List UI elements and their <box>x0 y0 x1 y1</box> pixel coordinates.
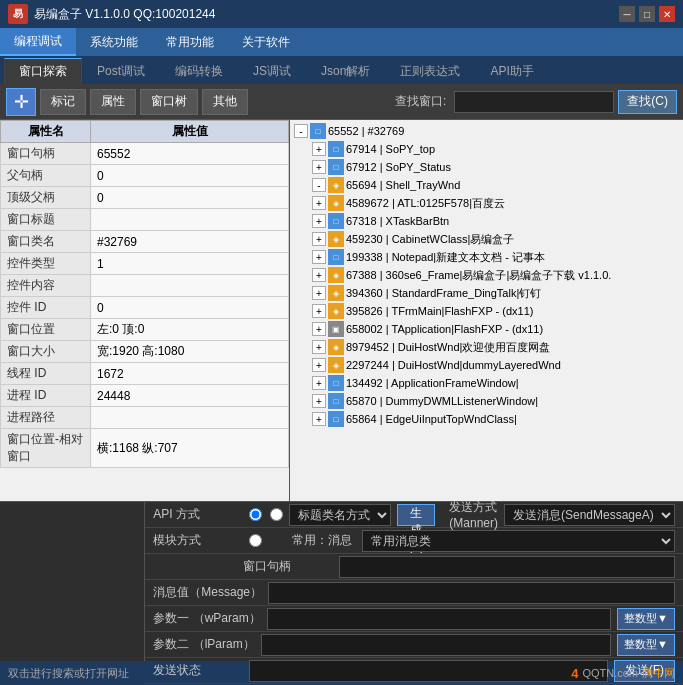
minimize-button[interactable]: ─ <box>619 6 635 22</box>
gen-button[interactable]: 生成(S) <box>397 504 435 526</box>
table-row[interactable]: 窗口标题 <box>1 209 289 231</box>
tree-item[interactable]: +◈67388 | 360se6_Frame|易编盒子|易编盒子下载 v1.1.… <box>292 266 681 284</box>
tab-regex[interactable]: 正则表达式 <box>385 58 475 84</box>
tab-post-debug[interactable]: Post调试 <box>82 58 160 84</box>
tab-window-explore[interactable]: 窗口探索 <box>4 58 82 84</box>
prop-value: 宽:1920 高:1080 <box>91 341 289 363</box>
table-row[interactable]: 控件类型1 <box>1 253 289 275</box>
close-button[interactable]: ✕ <box>659 6 675 22</box>
send-manner-dropdown[interactable]: 发送消息(SendMessageA) <box>504 504 675 526</box>
module-radio1[interactable] <box>249 534 262 547</box>
api-radio-input2[interactable] <box>270 508 283 521</box>
tree-item[interactable]: +◈395826 | TFrmMain|FlashFXP - (dx11) <box>292 302 681 320</box>
api-radio-input1[interactable] <box>249 508 262 521</box>
menu-item-system[interactable]: 系统功能 <box>76 28 152 56</box>
tree-expand-icon[interactable]: + <box>312 340 326 354</box>
table-row[interactable]: 线程 ID1672 <box>1 363 289 385</box>
tree-expand-icon[interactable]: + <box>312 304 326 318</box>
bottom-row-module: 模块方式 常用：消息 常用消息类 <box>145 528 683 554</box>
tree-expand-icon[interactable]: + <box>312 142 326 156</box>
tree-expand-icon[interactable]: + <box>312 322 326 336</box>
search-button[interactable]: 查找(C) <box>618 90 677 114</box>
tree-item[interactable]: +◈8979452 | DuiHostWnd|欢迎使用百度网盘 <box>292 338 681 356</box>
search-input[interactable] <box>454 91 614 113</box>
tree-item[interactable]: +◈2297244 | DuiHostWnd|dummyLayeredWnd <box>292 356 681 374</box>
tree-item[interactable]: +□67318 | XTaskBarBtn <box>292 212 681 230</box>
menu-item-about[interactable]: 关于软件 <box>228 28 304 56</box>
param1-type-button[interactable]: 整数型▼ <box>617 608 675 630</box>
tree-item[interactable]: +□134492 | ApplicationFrameWindow| <box>292 374 681 392</box>
common-msg-dropdown[interactable]: 常用消息类 <box>362 530 675 552</box>
mark-button[interactable]: 标记 <box>40 89 86 115</box>
tab-json[interactable]: Json解析 <box>306 58 385 84</box>
tree-root[interactable]: - □ 65552 | #32769 <box>292 122 681 140</box>
tree-expand-root[interactable]: - <box>294 124 308 138</box>
tree-node-text: 4589672 | ATL:0125F578|百度云 <box>346 196 505 211</box>
param2-type-button[interactable]: 整数型▼ <box>617 634 675 656</box>
table-row[interactable]: 顶级父柄0 <box>1 187 289 209</box>
table-row[interactable]: 窗口大小宽:1920 高:1080 <box>1 341 289 363</box>
tree-expand-icon[interactable]: + <box>312 376 326 390</box>
tree-node-text: 67914 | SoPY_top <box>346 143 435 155</box>
other-button[interactable]: 其他 <box>202 89 248 115</box>
menu-item-programming[interactable]: 编程调试 <box>0 28 76 56</box>
tree-item[interactable]: +◈394360 | StandardFrame_DingTalk|钉钉 <box>292 284 681 302</box>
tree-expand-icon[interactable]: + <box>312 412 326 426</box>
tree-expand-icon[interactable]: + <box>312 160 326 174</box>
bottom-row-message: 消息值（Message） <box>145 580 683 606</box>
tree-item[interactable]: +□67914 | SoPY_top <box>292 140 681 158</box>
module-radio-input1[interactable] <box>249 534 262 547</box>
tree-item[interactable]: +◈4589672 | ATL:0125F578|百度云 <box>292 194 681 212</box>
tab-api[interactable]: API助手 <box>475 58 548 84</box>
param2-input[interactable] <box>261 634 611 656</box>
table-row[interactable]: 进程 ID24448 <box>1 385 289 407</box>
window-tree-button[interactable]: 窗口树 <box>140 89 198 115</box>
tree-item[interactable]: +◈459230 | CabinetWClass|易编盒子 <box>292 230 681 248</box>
tree-expand-icon[interactable]: + <box>312 214 326 228</box>
window-handle-input[interactable] <box>339 556 675 578</box>
title-bar: 易 易编盒子 V1.1.0.0 QQ:100201244 ─ □ ✕ <box>0 0 683 28</box>
api-radio1[interactable] <box>249 508 262 521</box>
prop-name: 进程 ID <box>1 385 91 407</box>
table-row[interactable]: 窗口类名#32769 <box>1 231 289 253</box>
bottom-row-param2: 参数二 （lParam） 整数型▼ <box>145 632 683 658</box>
msg-value-input[interactable] <box>268 582 675 604</box>
param1-input[interactable] <box>267 608 611 630</box>
tree-node-icon: ◈ <box>328 357 344 373</box>
tree-expand-icon[interactable]: + <box>312 232 326 246</box>
tree-expand-icon[interactable]: + <box>312 250 326 264</box>
tree-item[interactable]: +□67912 | SoPY_Status <box>292 158 681 176</box>
tree-item[interactable]: +▣658002 | TApplication|FlashFXP - (dx11… <box>292 320 681 338</box>
menu-item-common[interactable]: 常用功能 <box>152 28 228 56</box>
logo-domain: QQTN.com <box>582 667 638 679</box>
tab-encode[interactable]: 编码转换 <box>160 58 238 84</box>
tree-expand-icon[interactable]: + <box>312 196 326 210</box>
tree-expand-icon[interactable]: + <box>312 286 326 300</box>
tree-item[interactable]: +□65864 | EdgeUiInputTopWndClass| <box>292 410 681 428</box>
table-row[interactable]: 控件 ID0 <box>1 297 289 319</box>
maximize-button[interactable]: □ <box>639 6 655 22</box>
api-radio2[interactable] <box>270 508 283 521</box>
table-row[interactable]: 进程路径 <box>1 407 289 429</box>
window-tree-area[interactable]: - □ 65552 | #32769 +□67914 | SoPY_top+□6… <box>290 120 683 501</box>
tree-expand-icon[interactable]: + <box>312 394 326 408</box>
table-row[interactable]: 窗口句柄65552 <box>1 143 289 165</box>
api-dropdown[interactable]: 标题类名方式 <box>289 504 391 526</box>
table-row[interactable]: 控件内容 <box>1 275 289 297</box>
tree-node-icon: ◈ <box>328 303 344 319</box>
table-row[interactable]: 父句柄0 <box>1 165 289 187</box>
crosshair-button[interactable]: ✛ <box>6 88 36 116</box>
property-button[interactable]: 属性 <box>90 89 136 115</box>
tree-item[interactable]: +□199338 | Notepad|新建文本文档 - 记事本 <box>292 248 681 266</box>
table-row[interactable]: 窗口位置-相对窗口横:1168 纵:707 <box>1 429 289 468</box>
tree-expand-icon[interactable]: - <box>312 178 326 192</box>
tree-item[interactable]: +□65870 | DummyDWMLListenerWindow| <box>292 392 681 410</box>
bottom-left-scroll[interactable] <box>0 502 145 661</box>
tree-node-text: 65864 | EdgeUiInputTopWndClass| <box>346 413 517 425</box>
tree-expand-icon[interactable]: + <box>312 358 326 372</box>
tree-expand-icon[interactable]: + <box>312 268 326 282</box>
send-status-input[interactable] <box>249 660 607 682</box>
tab-js-debug[interactable]: JS调试 <box>238 58 306 84</box>
tree-item[interactable]: -◈65694 | Shell_TrayWnd <box>292 176 681 194</box>
table-row[interactable]: 窗口位置左:0 顶:0 <box>1 319 289 341</box>
